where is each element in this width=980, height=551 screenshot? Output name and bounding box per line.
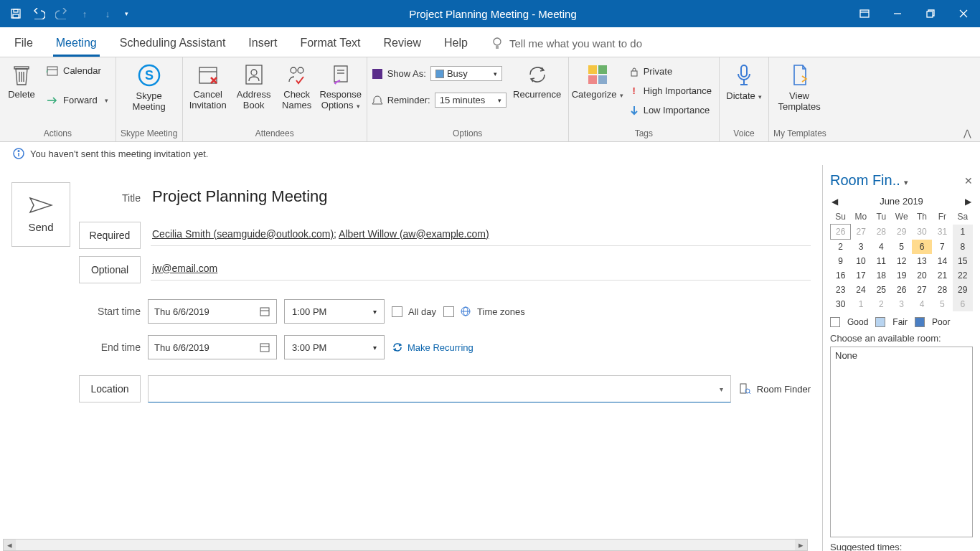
send-icon (29, 197, 53, 214)
svg-rect-39 (741, 65, 747, 77)
optional-button[interactable]: Optional (79, 256, 141, 283)
low-importance-button[interactable]: Low Importance (626, 103, 715, 117)
title-label: Title (79, 192, 141, 204)
tab-file[interactable]: File (11, 29, 36, 57)
tab-insert[interactable]: Insert (245, 29, 280, 57)
svg-rect-3 (860, 10, 869, 17)
tab-meeting[interactable]: Meeting (53, 29, 100, 57)
prev-month-icon[interactable]: ◀ (831, 197, 838, 207)
delete-button[interactable]: Delete (4, 60, 39, 100)
start-time-picker[interactable]: 1:00 PM▾ (284, 299, 385, 324)
room-finder-button[interactable]: Room Finder (738, 382, 811, 395)
next-month-icon[interactable]: ▶ (965, 197, 971, 207)
location-field[interactable]: ▾ (148, 375, 731, 402)
required-field[interactable]: Cecilia Smith (seamguide@outlook.com); A… (151, 225, 811, 246)
maximize-icon[interactable] (914, 0, 947, 27)
view-templates-button[interactable]: View Templates (773, 60, 825, 112)
next-icon[interactable]: ↓ (98, 4, 118, 24)
quick-access-toolbar: ↑ ↓ ▾ (0, 4, 138, 24)
calendar-grid[interactable]: SuMoTuWeThFrSa 2627282930311234567891011… (830, 209, 973, 311)
svg-rect-6 (927, 11, 933, 17)
reminder-icon (372, 95, 383, 106)
categorize-button[interactable]: Categorize (573, 60, 622, 101)
title-field[interactable]: Project Planning Meeting (151, 184, 811, 212)
prev-icon[interactable]: ↑ (75, 4, 95, 24)
all-day-checkbox[interactable]: All day (392, 306, 436, 317)
window-title: Project Planning Meeting - Meeting (138, 8, 848, 20)
check-names-button[interactable]: Check Names (279, 60, 315, 110)
high-importance-icon: ! (629, 85, 639, 96)
recipient[interactable]: jw@email.com (152, 263, 217, 274)
tell-me-search[interactable]: Tell me what you want to do (488, 29, 645, 57)
calendar-icon (259, 342, 270, 353)
horizontal-scrollbar[interactable]: ◂▸ (3, 539, 808, 551)
available-rooms-list[interactable]: None (830, 347, 973, 537)
recipient[interactable]: Cecilia Smith (seamguide@outlook.com) (152, 228, 334, 240)
recurrence-button[interactable]: Recurrence (511, 60, 564, 100)
redo-icon[interactable] (52, 4, 72, 24)
svg-rect-33 (588, 65, 597, 74)
minimize-icon[interactable] (881, 0, 914, 27)
calendar-icon (259, 306, 270, 317)
optional-field[interactable]: jw@email.com (151, 260, 811, 281)
make-recurring-button[interactable]: Make Recurring (392, 342, 473, 353)
send-button[interactable]: Send (11, 182, 70, 247)
titlebar: ↑ ↓ ▾ Project Planning Meeting - Meeting (0, 0, 980, 27)
tab-scheduling[interactable]: Scheduling Assistant (117, 29, 229, 57)
private-button[interactable]: Private (626, 65, 715, 78)
svg-rect-2 (13, 14, 19, 18)
required-button[interactable]: Required (79, 222, 141, 249)
mini-calendar: ◀ June 2019 ▶ SuMoTuWeThFrSa 26272829303… (830, 193, 973, 311)
location-button[interactable]: Location (79, 375, 141, 402)
showas-select[interactable]: Busy ▾ (430, 66, 502, 81)
calendar-button[interactable]: Calendar (43, 63, 111, 77)
save-icon[interactable] (6, 4, 26, 24)
end-date-picker[interactable]: Thu 6/6/2019 (148, 335, 277, 359)
timezones-checkbox[interactable]: Time zones (443, 306, 525, 317)
tab-review[interactable]: Review (381, 29, 424, 57)
response-options-button[interactable]: Response Options (319, 60, 362, 112)
high-importance-button[interactable]: ! High Importance (626, 84, 715, 98)
showas-icon (372, 68, 383, 80)
svg-rect-29 (334, 66, 347, 82)
tab-help[interactable]: Help (441, 29, 471, 57)
forward-icon (46, 95, 59, 105)
pane-close-icon[interactable]: ✕ (964, 175, 973, 187)
address-book-button[interactable]: Address Book (233, 60, 275, 110)
ribbon-display-icon[interactable] (848, 0, 881, 27)
start-date-picker[interactable]: Thu 6/6/2019 (148, 299, 277, 324)
main: Send Title Project Planning Meeting Requ… (0, 165, 980, 551)
svg-point-28 (298, 67, 303, 73)
mic-icon (734, 63, 754, 88)
ribbon: Delete Calendar Forward Actions S Skype … (0, 57, 980, 142)
svg-rect-50 (260, 344, 269, 352)
svg-rect-1 (14, 9, 18, 12)
low-importance-icon (629, 105, 639, 116)
reminder-select[interactable]: 15 minutes ▾ (435, 93, 507, 108)
end-time-picker[interactable]: 3:00 PM▾ (284, 335, 385, 359)
templates-icon (789, 63, 809, 88)
dictate-button[interactable]: Dictate (724, 60, 764, 103)
close-icon[interactable] (947, 0, 980, 27)
calendar-icon (46, 65, 59, 76)
tell-me-placeholder: Tell me what you want to do (509, 37, 642, 50)
svg-point-44 (18, 151, 19, 152)
group-templates: View Templates My Templates (769, 57, 831, 141)
window-controls (848, 0, 980, 27)
group-actions: Delete Calendar Forward Actions (0, 57, 116, 141)
info-icon (13, 148, 24, 159)
room-item-none[interactable]: None (835, 350, 968, 361)
undo-icon[interactable] (29, 4, 49, 24)
forward-button[interactable]: Forward (43, 93, 111, 107)
group-options: Show As: Busy ▾ Reminder: 15 minutes ▾ (367, 57, 569, 141)
skype-meeting-button[interactable]: S Skype Meeting (121, 60, 178, 112)
svg-point-27 (291, 67, 296, 73)
svg-rect-37 (631, 71, 637, 76)
qat-more-icon[interactable]: ▾ (121, 4, 132, 24)
recipient[interactable]: Albert Willow (aw@example.com) (339, 228, 489, 240)
ribbon-tabs: File Meeting Scheduling Assistant Insert… (0, 27, 980, 57)
tab-format[interactable]: Format Text (297, 29, 363, 57)
globe-icon (460, 306, 471, 317)
cancel-invitation-button[interactable]: Cancel Invitation (187, 60, 229, 110)
collapse-ribbon-icon[interactable]: ⋀ (955, 125, 980, 141)
